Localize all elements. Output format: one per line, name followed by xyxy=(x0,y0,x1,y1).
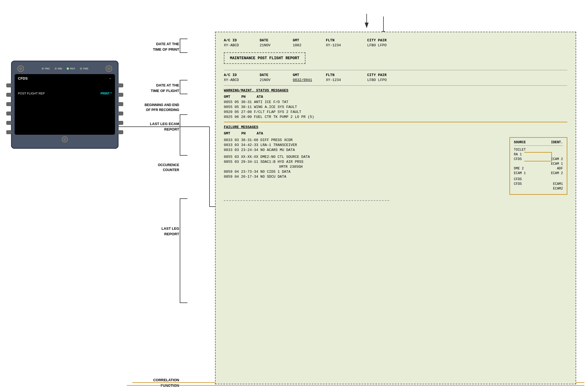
warn-col-ata: ATA xyxy=(257,95,263,99)
side-btn-1[interactable] xyxy=(6,83,12,87)
ident-col-label: IDENT. xyxy=(551,140,563,144)
flt-date-label: DATE xyxy=(260,73,279,77)
ident-5: ECAM 2 xyxy=(551,171,563,175)
fail-msg-2: 0833 03 34-42-33 LRA-1 TRANSCEIVER xyxy=(224,143,504,147)
occ-counter-bracket xyxy=(524,152,552,161)
warn-col-ph: PH xyxy=(241,95,246,99)
orange-line-bottom xyxy=(127,385,584,386)
hdr-citypair-val: LFBO LFPO xyxy=(367,43,386,47)
ident-7: ECAM1 xyxy=(553,182,563,186)
brace-last-leg xyxy=(180,198,187,303)
fail-msg-1: 0833 03 38-31-68 DIFF PRESS XCDR xyxy=(224,138,504,142)
hdr-acid-val: XY-ABCD xyxy=(224,43,246,47)
failure-section: FAILURE MESSAGES GMT PH ATA 0833 03 38-3… xyxy=(224,125,567,201)
fail-col-ata: ATA xyxy=(257,131,263,136)
date-flight-label: DATE AT THETIME OF FLIGHT xyxy=(102,83,179,93)
src-2: RA 1 xyxy=(514,153,522,156)
post-flight-rep-label: POST FLIGHT REP xyxy=(18,92,45,95)
flt-acid-val: XY-ABCD xyxy=(224,78,246,82)
correlation-function-label: CORRELATIONFUNCTION xyxy=(102,377,179,388)
warn-msg-4: 0925 06 28-00 FUEL CTR TK PUMP 2 LO PR (… xyxy=(224,115,567,119)
led-ind xyxy=(54,67,57,70)
report-area: A/C ID DATE GMT FLTN CITY PAIR XY-ABCD 2… xyxy=(187,17,584,388)
brace-flight xyxy=(180,80,187,94)
report-box: A/C ID DATE GMT FLTN CITY PAIR XY-ABCD 2… xyxy=(215,32,576,384)
hdr-fltn-label: FLTN xyxy=(326,38,353,42)
cfds-arrow: → xyxy=(108,76,112,80)
cfds-title: CFDS xyxy=(18,76,28,80)
flt-gmt-label: GMT xyxy=(293,73,312,77)
top-arrow xyxy=(383,17,384,32)
hdr-acid-label: A/C ID xyxy=(224,38,246,42)
brace-print xyxy=(180,39,187,53)
ident-3: ECAM 2 xyxy=(551,157,563,161)
fail-msg-6: 0859 04 23-73-34 NO CIDS 1 DATA xyxy=(224,170,504,174)
fail-msg-5b: XMTR 2385GH xyxy=(224,165,504,169)
warn-col-gmt: GMT xyxy=(224,95,230,99)
src-7: CFDS xyxy=(514,182,522,186)
src-4: DME 2 xyxy=(514,167,524,171)
fail-msg-4: 0855 03 XX-XX-XX DME2:NO CTL SOURCE DATA xyxy=(224,155,504,159)
last-leg-ecam-label: LAST LEG ECAMREPORT xyxy=(102,121,179,132)
label-fm2: FM2 xyxy=(83,67,88,70)
led-rdy xyxy=(66,67,69,70)
warn-msg-2: 0855 05 30-11 WING A.ICE SYS FAULT xyxy=(224,105,567,109)
brace-ecam xyxy=(180,114,187,156)
flt-citypair-label: CITY PAIR xyxy=(367,73,386,77)
side-btn-r2[interactable] xyxy=(118,93,123,97)
fail-msg-5: 0855 03 29-34-11 SDAC1:B HYD AIR PRSS xyxy=(224,160,504,164)
hdr-date-label: DATE xyxy=(260,38,279,42)
cfds-knob-left[interactable] xyxy=(17,65,24,72)
led-fm2 xyxy=(80,67,82,70)
last-leg-report-label: LAST LEGREPORT xyxy=(102,226,179,237)
flt-fltn-val: XY-1234 xyxy=(326,78,353,82)
side-btn-4[interactable] xyxy=(6,112,12,115)
occurence-counter-label: OCCURENCECOUNTER xyxy=(102,163,179,172)
menu-item-6[interactable]: POST FLIGHT REP PRINT * xyxy=(18,91,112,96)
flt-acid-label: A/C ID xyxy=(224,73,246,77)
ident-4: ADF xyxy=(557,167,563,171)
src-1: TOILET xyxy=(514,148,526,152)
warning-section: WARNING/MAINT. STATUS MESSAGES GMT PH AT… xyxy=(224,88,567,119)
header-flight-section: A/C ID DATE GMT FLTN CITY PAIR XY-ABCD 2… xyxy=(224,73,567,82)
header-print-section: A/C ID DATE GMT FLTN CITY PAIR XY-ABCD 2… xyxy=(224,38,567,47)
cfds-knob-right[interactable] xyxy=(106,65,112,72)
cfds-screen: CFDS → POST FLIGHT REP PRINT * xyxy=(15,74,115,135)
fail-msg-3: 0833 03 23-24-34 NO ACARS MU DATA xyxy=(224,148,504,152)
led-fm1 xyxy=(41,67,44,70)
flt-gmt-val: 0832/0941 xyxy=(293,78,312,82)
warning-header: WARNING/MAINT. STATUS MESSAGES xyxy=(224,88,567,93)
src-6: CFDS xyxy=(514,177,522,181)
hdr-gmt-label: GMT xyxy=(293,38,312,42)
side-btn-6[interactable] xyxy=(6,130,12,134)
beginning-end-label: BEGINNING AND ENDOF PFR RECORDING xyxy=(102,102,179,112)
source-col-label: SOURCE xyxy=(514,140,526,144)
ident-3b: ECAM 1 xyxy=(551,162,563,166)
flt-citypair-val: LFBO LFPO xyxy=(367,78,386,82)
side-btn-3[interactable] xyxy=(6,102,12,106)
ident-7b: ECAM2 xyxy=(553,187,563,191)
hdr-gmt-val: 1002 xyxy=(293,43,312,47)
cfds-knob-bottom[interactable] xyxy=(62,136,68,142)
label-fm1: FM1 xyxy=(45,67,50,70)
fail-col-ph: PH xyxy=(241,131,246,136)
flt-fltn-label: FLTN xyxy=(326,73,353,77)
src-5: ECAM 1 xyxy=(514,171,526,175)
src-3: CFDS xyxy=(514,157,522,161)
source-ident-box: SOURCE IDENT. TOILET RA 1 CFDSECAM 2 xyxy=(509,137,567,195)
fail-col-gmt: GMT xyxy=(224,131,230,136)
warn-msg-3: 0920 05 27-00 F/CLT FLAP SYS 2 FAULT xyxy=(224,110,567,114)
warn-msg-1: 0855 05 30-31 ANTI ICE F/O TAT xyxy=(224,100,567,104)
hdr-fltn-val: XY-1234 xyxy=(326,43,353,47)
side-btn-5[interactable] xyxy=(6,121,12,125)
flt-date-val: 21NOV xyxy=(260,78,279,82)
label-ind: IND xyxy=(58,67,62,70)
date-print-label: DATE AT THETIME OF PRINT xyxy=(102,41,179,52)
fail-msg-7: 0859 04 26-17-34 NO SDCU DATA xyxy=(224,175,504,179)
failure-header: FAILURE MESSAGES xyxy=(224,125,567,129)
maint-title-box: MAINTENANCE POST FLIGHT REPORT xyxy=(224,52,305,64)
side-btn-2[interactable] xyxy=(6,93,12,97)
hdr-citypair-label: CITY PAIR xyxy=(367,38,386,42)
label-rdy: RDY xyxy=(70,67,75,70)
hdr-date-val: 21NOV xyxy=(260,43,279,47)
